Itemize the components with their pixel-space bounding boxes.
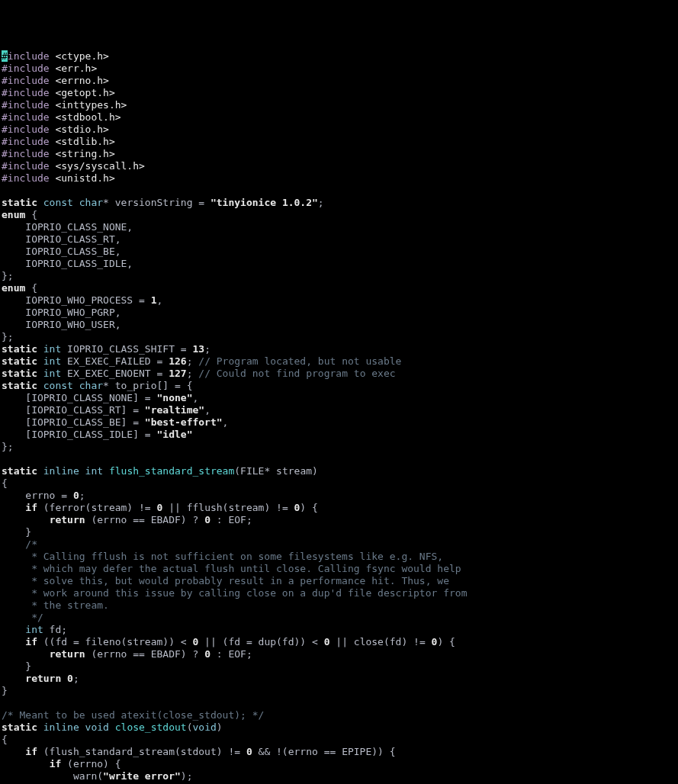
code-editor: #include <ctype.h> #include <err.h> #inc…: [2, 50, 676, 784]
cursor: #: [2, 50, 8, 62]
